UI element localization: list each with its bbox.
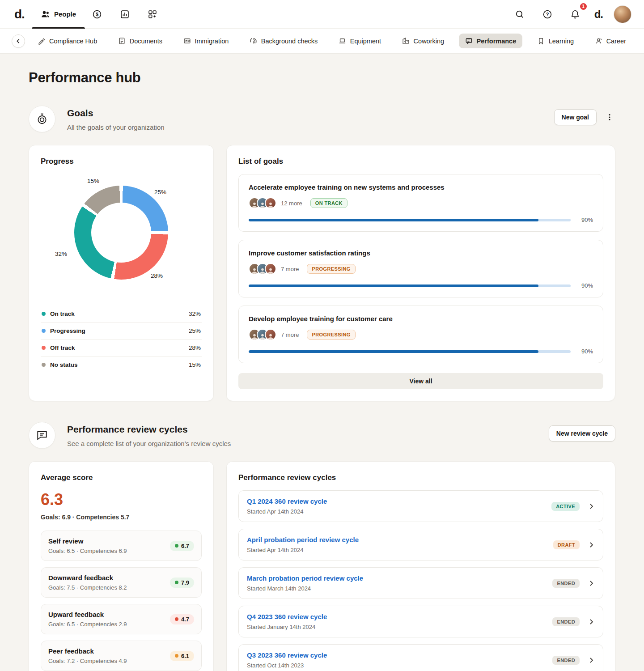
review-cycle-link[interactable]: Q1 2024 360 review cycle — [247, 497, 327, 505]
review-section-subtitle: See a complete list of your organization… — [67, 440, 231, 447]
review-cycle-status-badge: ENDED — [552, 617, 580, 626]
goals-section-title: Goals — [67, 108, 165, 119]
bell-icon — [570, 9, 580, 19]
review-cycle-row[interactable]: Q3 2023 360 review cycle Started Oct 14t… — [238, 644, 603, 671]
nav-item-background-checks[interactable]: Background checks — [243, 34, 324, 48]
review-cycle-status-badge: ENDED — [552, 656, 580, 665]
avatar — [265, 329, 276, 340]
new-review-cycle-button[interactable]: New review cycle — [549, 425, 615, 442]
legend-dot — [42, 346, 46, 350]
donut-label-progressing: 25% — [154, 189, 166, 195]
review-section-header: Performance review cycles See a complete… — [29, 422, 615, 449]
review-cycle-row[interactable]: March probation period review cycle Star… — [238, 567, 603, 599]
nav-item-learning[interactable]: Learning — [531, 34, 580, 48]
review-cycle-row[interactable]: April probation period review cycle Star… — [238, 529, 603, 561]
org-switcher[interactable]: d. — [594, 8, 603, 21]
goals-section-subtitle: All the goals of your organization — [67, 123, 165, 131]
donut-label-no-status: 15% — [87, 178, 99, 184]
bar-chart-icon — [120, 9, 130, 19]
nav-item-label: Equipment — [350, 38, 381, 45]
average-score-card: Average score 6.3 Goals: 6.9 · Competenc… — [29, 461, 214, 671]
goal-progress-percent: 90% — [577, 348, 593, 355]
review-cycle-link[interactable]: Q4 2023 360 review cycle — [247, 613, 327, 620]
new-goal-button[interactable]: New goal — [554, 109, 597, 125]
score-badge: 4.7 — [170, 614, 194, 624]
nav-item-label: Learning — [549, 38, 574, 45]
nav-item-label: Immigration — [195, 38, 229, 45]
subnav: Compliance Hub Documents Immigration Bac… — [0, 29, 644, 54]
score-row: Peer feedback Goals: 7.2 · Competencies … — [41, 641, 202, 671]
chevron-right-icon — [588, 503, 595, 510]
legend-label: No status — [50, 361, 78, 368]
people-icon — [41, 9, 50, 19]
review-cycle-started: Started January 14th 2024 — [247, 624, 327, 630]
review-cycle-row[interactable]: Q4 2023 360 review cycle Started January… — [238, 606, 603, 637]
goal-item[interactable]: Develop employee training for customer c… — [238, 306, 603, 363]
analytics-button[interactable] — [116, 6, 133, 23]
nav-item-coworking[interactable]: Coworking — [396, 34, 451, 48]
nav-item-label: Performance — [477, 38, 517, 45]
nav-item-compliance-hub[interactable]: Compliance Hub — [31, 34, 103, 48]
score-row: Downward feedback Goals: 7.5 · Competenc… — [41, 567, 202, 598]
goal-item[interactable]: Improve customer satisfaction ratings 7 … — [238, 240, 603, 297]
goals-list-card: List of goals Accelerate employee traini… — [226, 145, 615, 401]
legend-row: Progressing 25% — [41, 323, 202, 340]
legend-label: Off track — [50, 344, 75, 351]
goals-kebab-menu-button[interactable] — [604, 111, 615, 123]
nav-item-documents[interactable]: Documents — [112, 34, 169, 48]
performance-review-icon — [465, 37, 473, 45]
review-cycle-started: Started Apr 14th 2024 — [247, 508, 327, 515]
score-breakdown-list: Self review Goals: 6.5 · Competencies 6.… — [41, 531, 202, 671]
legend-row: Off track 28% — [41, 340, 202, 357]
legend-value: 28% — [189, 344, 201, 351]
legend-label: On track — [50, 310, 75, 317]
score-row-detail: Goals: 7.5 · Competencies 8.2 — [48, 584, 127, 591]
goal-status-badge: PROGRESSING — [307, 264, 355, 274]
notifications-button[interactable]: 1 — [567, 6, 584, 23]
assignees-more-count: 7 more — [281, 331, 299, 338]
nav-item-label: Background checks — [261, 38, 318, 45]
avatar-group — [249, 263, 276, 275]
search-button[interactable] — [511, 6, 528, 23]
progress-donut — [74, 186, 168, 280]
goal-title: Develop employee training for customer c… — [249, 315, 593, 323]
goal-title: Improve customer satisfaction ratings — [249, 249, 593, 257]
payroll-button[interactable]: $ — [89, 6, 106, 23]
page-title: Performance hub — [29, 70, 615, 86]
donut-label-off-track: 28% — [151, 272, 163, 279]
goals-view-all-button[interactable]: View all — [238, 373, 603, 389]
goal-item[interactable]: Accelerate employee training on new syst… — [238, 174, 603, 232]
nav-item-career[interactable]: Career — [589, 34, 632, 48]
bookmark-icon — [537, 37, 545, 45]
review-cycles-list: Q1 2024 360 review cycle Started Apr 14t… — [238, 490, 603, 671]
score-row-label: Self review — [48, 537, 127, 545]
chevron-right-icon — [588, 541, 595, 548]
review-cycle-link[interactable]: April probation period review cycle — [247, 536, 359, 544]
nav-item-immigration[interactable]: Immigration — [177, 34, 235, 48]
help-button[interactable]: ? — [539, 6, 556, 23]
nav-item-equipment[interactable]: Equipment — [332, 34, 387, 48]
people-tab[interactable]: People — [39, 0, 78, 29]
topbar: d. People $ — [0, 0, 644, 29]
review-cycle-link[interactable]: Q3 2023 360 review cycle — [247, 651, 327, 659]
goal-title: Accelerate employee training on new syst… — [249, 183, 593, 191]
review-cycle-row[interactable]: Q1 2024 360 review cycle Started Apr 14t… — [238, 490, 603, 522]
donut-label-on-track: 32% — [55, 251, 67, 257]
search-icon — [515, 9, 525, 19]
chevron-right-icon — [588, 580, 595, 587]
user-avatar[interactable] — [614, 5, 631, 23]
apps-button[interactable] — [144, 6, 161, 23]
score-badge: 6.1 — [170, 651, 194, 661]
nav-item-performance[interactable]: Performance — [459, 34, 523, 48]
brand-logo[interactable]: d. — [14, 7, 25, 21]
score-row-label: Downward feedback — [48, 574, 127, 582]
legend-row: No status 15% — [41, 357, 202, 373]
back-button[interactable] — [12, 34, 25, 48]
nav-item-label: Documents — [130, 38, 162, 45]
help-icon: ? — [542, 9, 552, 19]
id-card-icon — [183, 37, 191, 45]
legend-dot — [42, 329, 46, 333]
review-cycle-link[interactable]: March probation period review cycle — [247, 574, 363, 582]
score-row: Upward feedback Goals: 6.5 · Competencie… — [41, 604, 202, 634]
career-person-icon — [595, 37, 602, 45]
